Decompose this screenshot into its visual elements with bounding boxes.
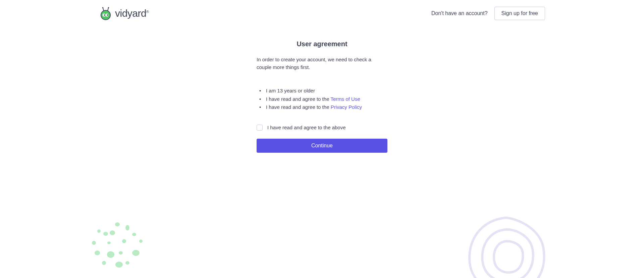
- vidyard-logo-icon: [99, 7, 112, 20]
- svg-point-11: [125, 225, 129, 230]
- no-account-text: Don't have an account?: [431, 10, 488, 16]
- term-item-age: I am 13 years or older: [257, 87, 387, 95]
- svg-point-12: [97, 229, 101, 233]
- svg-point-25: [115, 262, 123, 268]
- svg-point-17: [107, 241, 111, 244]
- term-item-tos: I have read and agree to the Terms of Us…: [257, 95, 387, 103]
- svg-point-21: [107, 251, 114, 258]
- term-text: I am 13 years or older: [266, 88, 315, 93]
- privacy-policy-link[interactable]: Privacy Policy: [331, 104, 362, 110]
- svg-point-7: [102, 7, 104, 8]
- svg-point-23: [132, 250, 140, 256]
- term-item-privacy: I have read and agree to the Privacy Pol…: [257, 103, 387, 111]
- svg-point-19: [139, 239, 143, 243]
- svg-point-10: [115, 222, 120, 226]
- agree-checkbox-row: I have read and agree to the above: [257, 125, 387, 131]
- term-text: I have read and agree to the: [266, 104, 331, 110]
- agree-checkbox[interactable]: [257, 125, 263, 131]
- svg-point-13: [103, 232, 108, 236]
- svg-point-24: [102, 261, 106, 265]
- agree-checkbox-label[interactable]: I have read and agree to the above: [267, 125, 346, 130]
- page-title: User agreement: [257, 40, 387, 48]
- brand-name: vidyard®: [115, 8, 149, 19]
- header: vidyard® Don't have an account? Sign up …: [0, 0, 644, 27]
- decoration-swirl: [463, 211, 550, 278]
- svg-point-20: [95, 251, 100, 255]
- decoration-dots: [91, 218, 151, 278]
- svg-line-8: [108, 8, 108, 11]
- svg-point-18: [122, 239, 126, 243]
- header-right: Don't have an account? Sign up for free: [431, 7, 545, 20]
- terms-list: I am 13 years or older I have read and a…: [257, 87, 387, 111]
- svg-point-15: [132, 233, 136, 236]
- svg-point-5: [107, 14, 108, 16]
- signup-button[interactable]: Sign up for free: [494, 7, 545, 20]
- logo[interactable]: vidyard®: [99, 7, 149, 20]
- continue-button[interactable]: Continue: [257, 139, 387, 153]
- svg-point-26: [125, 261, 129, 265]
- svg-line-6: [103, 8, 104, 11]
- intro-text: In order to create your account, we need…: [257, 56, 387, 71]
- main-content: User agreement In order to create your a…: [257, 40, 387, 153]
- svg-point-4: [104, 14, 105, 16]
- terms-of-use-link[interactable]: Terms of Use: [330, 96, 360, 102]
- svg-point-22: [119, 251, 123, 255]
- svg-point-9: [108, 7, 109, 8]
- svg-point-14: [110, 230, 115, 235]
- term-text: I have read and agree to the: [266, 96, 330, 102]
- svg-point-16: [92, 241, 96, 245]
